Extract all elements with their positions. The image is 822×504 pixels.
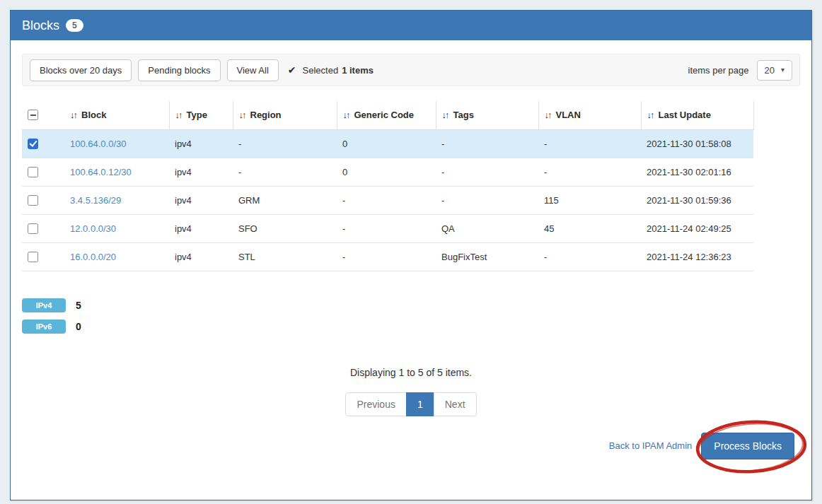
last-update-cell: 2021-11-24 02:49:25	[641, 214, 753, 242]
panel-title: Blocks	[22, 18, 59, 33]
last-update-cell: 2021-11-30 02:01:16	[641, 158, 753, 186]
selected-label: Selected	[303, 65, 339, 76]
blocks-table: ↓↑Block ↓↑Type ↓↑Region ↓↑Generic Code ↓…	[22, 101, 754, 271]
region-cell: STL	[233, 242, 337, 271]
selected-status: ✔ Selected 1 items	[288, 64, 374, 76]
items-per-page-select[interactable]: 20 ▾	[757, 60, 793, 81]
vlan-cell: -	[538, 158, 641, 186]
sort-icon[interactable]: ↓↑	[442, 110, 453, 120]
type-cell: ipv4	[169, 158, 233, 186]
previous-page-button[interactable]: Previous	[345, 392, 406, 416]
vlan-cell: 45	[538, 214, 641, 242]
generic-code-cell: -	[337, 214, 436, 242]
tags-cell: -	[436, 158, 538, 186]
items-per-page-value: 20	[765, 65, 775, 76]
next-page-button[interactable]: Next	[434, 392, 477, 416]
column-header-generic-code[interactable]: ↓↑Generic Code	[337, 101, 436, 129]
pending-blocks-button[interactable]: Pending blocks	[138, 59, 220, 81]
sort-icon[interactable]: ↓↑	[175, 110, 187, 120]
sort-icon[interactable]: ↓↑	[647, 110, 659, 120]
select-all-checkbox[interactable]	[28, 110, 38, 120]
row-checkbox[interactable]	[28, 195, 38, 206]
sort-icon[interactable]: ↓↑	[545, 110, 556, 120]
panel-header: Blocks 5	[11, 11, 811, 40]
region-cell: -	[233, 129, 337, 158]
sort-icon[interactable]: ↓↑	[239, 110, 250, 120]
sort-icon[interactable]: ↓↑	[343, 110, 354, 120]
row-checkbox[interactable]	[28, 139, 38, 149]
block-link[interactable]: 3.4.5.136/29	[70, 195, 121, 206]
vlan-cell: 115	[538, 186, 641, 214]
block-link[interactable]: 100.64.0.12/30	[70, 167, 132, 177]
display-status: Displaying 1 to 5 of 5 items.	[22, 367, 800, 378]
row-checkbox[interactable]	[28, 252, 38, 262]
ipv6-summary-row: IPv6 0	[22, 320, 800, 334]
type-cell: ipv4	[169, 242, 233, 271]
items-per-page-label: items per page	[688, 65, 749, 76]
ipv6-badge: IPv6	[22, 320, 66, 334]
vlan-cell: -	[538, 242, 641, 271]
process-blocks-button[interactable]: Process Blocks	[701, 433, 794, 459]
column-header-type[interactable]: ↓↑Type	[169, 101, 233, 129]
table-row: 3.4.5.136/29 ipv4 GRM - - 115 2021-11-30…	[22, 186, 753, 214]
caret-down-icon: ▾	[781, 66, 785, 74]
region-cell: SFO	[233, 214, 337, 242]
back-to-ipam-admin-link[interactable]: Back to IPAM Admin	[609, 440, 693, 451]
generic-code-cell: 0	[337, 129, 436, 158]
ipv4-badge: IPv4	[22, 298, 66, 312]
page-1-button[interactable]: 1	[406, 392, 434, 416]
last-update-cell: 2021-11-24 12:36:23	[641, 242, 753, 271]
protocol-summary: IPv4 5 IPv6 0	[22, 298, 800, 334]
tags-cell: -	[436, 129, 538, 158]
blocks-panel: Blocks 5 Blocks over 20 days Pending blo…	[10, 10, 812, 500]
column-header-block[interactable]: ↓↑Block	[64, 101, 169, 129]
check-icon: ✔	[288, 64, 296, 76]
table-row: 100.64.0.0/30 ipv4 - 0 - - 2021-11-30 01…	[22, 129, 753, 158]
block-link[interactable]: 100.64.0.0/30	[70, 139, 127, 149]
generic-code-cell: -	[337, 186, 436, 214]
tags-cell: -	[436, 186, 538, 214]
generic-code-cell: 0	[337, 158, 436, 186]
column-header-vlan[interactable]: ↓↑VLAN	[538, 101, 641, 129]
region-cell: GRM	[233, 186, 337, 214]
table-row: 16.0.0.0/20 ipv4 STL - BugFixTest - 2021…	[22, 242, 753, 271]
tags-cell: QA	[436, 214, 538, 242]
tags-cell: BugFixTest	[436, 242, 538, 271]
column-header-last-update[interactable]: ↓↑Last Update	[641, 101, 753, 129]
ipv4-summary-row: IPv4 5	[22, 298, 800, 312]
view-all-button[interactable]: View All	[227, 59, 279, 81]
footer-actions: Back to IPAM Admin Process Blocks	[22, 433, 800, 459]
selected-count: 1 items	[342, 65, 374, 76]
count-badge: 5	[66, 19, 83, 32]
table-row: 12.0.0.0/30 ipv4 SFO - QA 45 2021-11-24 …	[22, 214, 753, 242]
block-link[interactable]: 16.0.0.0/20	[70, 252, 116, 262]
type-cell: ipv4	[169, 129, 233, 158]
last-update-cell: 2021-11-30 01:59:36	[641, 186, 753, 214]
column-header-tags[interactable]: ↓↑Tags	[436, 101, 538, 129]
blocks-over-20-days-button[interactable]: Blocks over 20 days	[30, 59, 132, 81]
column-header-region[interactable]: ↓↑Region	[233, 101, 337, 129]
row-checkbox[interactable]	[28, 223, 38, 234]
pagination: Previous 1 Next	[22, 392, 800, 416]
table-header-row: ↓↑Block ↓↑Type ↓↑Region ↓↑Generic Code ↓…	[22, 101, 753, 129]
generic-code-cell: -	[337, 242, 436, 271]
block-link[interactable]: 12.0.0.0/30	[70, 223, 116, 234]
type-cell: ipv4	[169, 214, 233, 242]
ipv6-count: 0	[76, 321, 81, 332]
vlan-cell: -	[538, 129, 641, 158]
region-cell: -	[233, 158, 337, 186]
last-update-cell: 2021-11-30 01:58:08	[641, 129, 753, 158]
ipv4-count: 5	[76, 300, 81, 311]
sort-icon[interactable]: ↓↑	[70, 110, 81, 120]
type-cell: ipv4	[169, 186, 233, 214]
toolbar: Blocks over 20 days Pending blocks View …	[22, 54, 800, 86]
row-checkbox[interactable]	[28, 167, 38, 177]
table-row: 100.64.0.12/30 ipv4 - 0 - - 2021-11-30 0…	[22, 158, 753, 186]
